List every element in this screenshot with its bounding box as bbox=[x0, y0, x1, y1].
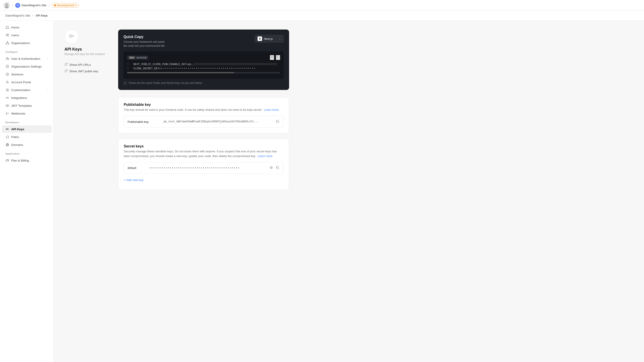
qc-info: These are the same Public and Secret key… bbox=[124, 82, 284, 84]
sidebar-item-label: Integrations bbox=[11, 96, 27, 100]
qc-subtitle: Choose your framework and paste the code… bbox=[124, 40, 165, 48]
sidebar-item-plan-billing[interactable]: Plan & Billing bbox=[2, 156, 52, 164]
sidebar-item-label: Organizations bbox=[11, 42, 30, 45]
top-nav: / D DawnMagnet's Site / Development ▾ bbox=[0, 0, 644, 11]
portal-icon bbox=[5, 80, 10, 84]
sidebar-item-label: Users bbox=[11, 34, 19, 37]
svg-rect-23 bbox=[278, 56, 279, 58]
framework-selector[interactable]: N Next.js ⌄ bbox=[255, 35, 284, 42]
svg-point-16 bbox=[6, 113, 7, 114]
sidebar-item-label: API Keys bbox=[11, 128, 24, 131]
sidebar-item-label: JWT Templates bbox=[11, 104, 32, 108]
integrations-icon bbox=[5, 96, 10, 100]
secret-keys-title: Secret keys bbox=[124, 144, 284, 148]
qc-title: Quick Copy bbox=[124, 35, 165, 39]
user-avatar[interactable] bbox=[4, 2, 10, 8]
sidebar-item-org-settings[interactable]: Organizations Settings bbox=[2, 63, 52, 70]
api-keys-icon bbox=[5, 127, 10, 131]
sidebar-item-user-auth[interactable]: User & Authentication › bbox=[2, 55, 52, 62]
svg-rect-7 bbox=[8, 44, 9, 44]
sidebar-item-domains[interactable]: Domains bbox=[2, 141, 52, 148]
domains-icon bbox=[5, 143, 10, 147]
sidebar-item-label: Account Portal bbox=[11, 80, 31, 84]
sidebar-item-paths[interactable]: Paths bbox=[2, 133, 52, 141]
org-icon bbox=[5, 41, 10, 45]
key-value: pk_test_bWFnbmV0aWMtamF2ZWxpbi05NC5jbGVy… bbox=[160, 120, 272, 123]
env-file-section: env .env.local bbox=[124, 52, 284, 79]
show-api-urls-link[interactable]: Show API URLs bbox=[64, 63, 109, 67]
framework-logo: N bbox=[258, 36, 262, 41]
svg-point-22 bbox=[272, 56, 272, 58]
sidebar-item-label: Paths bbox=[11, 135, 19, 139]
sidebar-item-jwt[interactable]: JWT Templates bbox=[2, 102, 52, 110]
sessions-icon bbox=[5, 72, 10, 76]
secret-keys-desc: Securely manage these sensitive keys. Do… bbox=[124, 149, 284, 159]
sep1: / bbox=[12, 4, 13, 7]
publishable-key-desc: This key should be used in your frontend… bbox=[124, 108, 284, 112]
copy-key-button[interactable] bbox=[275, 119, 280, 124]
sidebar-item-label: User & Authentication bbox=[11, 57, 40, 60]
view-secret-button[interactable] bbox=[269, 165, 274, 170]
breadcrumb-parent[interactable]: DawnMagnet's Site bbox=[5, 14, 30, 17]
site-nav-item[interactable]: D DawnMagnet's Site bbox=[15, 3, 46, 8]
sidebar-item-label: Plan & Billing bbox=[11, 159, 29, 162]
jwt-icon bbox=[5, 104, 10, 108]
sidebar-item-webhooks[interactable]: Webhooks bbox=[2, 110, 52, 117]
publishable-key-title: Publishable key bbox=[124, 103, 284, 107]
svg-rect-19 bbox=[6, 160, 9, 161]
env-line-2: 2 CLERK_SECRET_KEY=•••••••••••••••••••••… bbox=[127, 67, 280, 70]
page-icon bbox=[64, 30, 79, 44]
publishable-key-learn-more[interactable]: Learn more bbox=[264, 108, 278, 112]
main-content: API Keys Manage API keys for this instan… bbox=[54, 20, 644, 362]
sidebar-item-label: Customization bbox=[11, 88, 30, 92]
link-icon bbox=[64, 63, 68, 67]
breadcrumb-current: API Keys bbox=[36, 14, 48, 17]
svg-point-21 bbox=[70, 36, 72, 37]
svg-point-8 bbox=[6, 57, 8, 58]
env-selector[interactable]: Development ▾ bbox=[52, 3, 79, 8]
sidebar-item-label: Home bbox=[11, 26, 19, 29]
sidebar-item-organizations[interactable]: Organizations bbox=[2, 39, 52, 47]
show-jwt-key-link[interactable]: Show JWT public key bbox=[64, 69, 109, 73]
sep2: / bbox=[48, 4, 50, 7]
svg-point-1 bbox=[6, 4, 8, 6]
page-header: API Keys Manage API keys for this instan… bbox=[64, 30, 109, 56]
developers-section-label: Developers bbox=[0, 118, 54, 125]
svg-point-26 bbox=[271, 167, 272, 168]
breadcrumb: DawnMagnet's Site > API Keys bbox=[0, 11, 644, 20]
view-icon-button[interactable] bbox=[270, 55, 274, 60]
copy-icon-button[interactable] bbox=[276, 55, 280, 60]
scrollbar-thumb bbox=[127, 72, 234, 74]
sidebar-item-account-portal[interactable]: Account Portal bbox=[2, 78, 52, 86]
env-label: Development bbox=[57, 4, 74, 7]
customization-icon bbox=[5, 88, 10, 92]
secret-dots: ••••••••••••••••••••••••••••••••••••••••… bbox=[146, 166, 269, 170]
svg-rect-6 bbox=[6, 44, 7, 44]
sidebar-item-sessions[interactable]: Sessions bbox=[2, 70, 52, 78]
application-section-label: Application bbox=[0, 149, 54, 156]
billing-icon bbox=[5, 158, 10, 162]
sidebar-item-home[interactable]: Home bbox=[2, 24, 52, 31]
svg-point-2 bbox=[5, 6, 8, 8]
svg-rect-27 bbox=[277, 167, 279, 169]
sidebar-item-customization[interactable]: Customization › bbox=[2, 86, 52, 94]
svg-point-12 bbox=[7, 81, 8, 82]
add-new-key-button[interactable]: + Add new key bbox=[124, 176, 144, 184]
sidebar: Home Users Organizations Configure User bbox=[0, 20, 54, 362]
action-links: Show API URLs Show JWT public key bbox=[64, 63, 109, 73]
users-icon bbox=[5, 33, 10, 37]
publishable-key-section: Publishable key This key should be used … bbox=[118, 97, 289, 133]
svg-rect-9 bbox=[8, 59, 9, 60]
link-icon bbox=[64, 69, 68, 73]
copy-secret-button[interactable] bbox=[275, 165, 280, 170]
svg-point-3 bbox=[6, 34, 8, 35]
sidebar-item-users[interactable]: Users bbox=[2, 31, 52, 39]
quick-copy-card: Quick Copy Choose your framework and pas… bbox=[118, 30, 289, 90]
sidebar-item-api-keys[interactable]: API Keys bbox=[2, 125, 52, 133]
secret-keys-section: Secret keys Securely manage these sensit… bbox=[118, 139, 289, 190]
sidebar-item-integrations[interactable]: Integrations bbox=[2, 94, 52, 102]
org-settings-icon bbox=[5, 64, 10, 68]
site-name-label: DawnMagnet's Site bbox=[22, 4, 46, 7]
secret-keys-learn-more[interactable]: Learn more bbox=[258, 154, 272, 158]
default-key-label: default bbox=[128, 166, 146, 170]
